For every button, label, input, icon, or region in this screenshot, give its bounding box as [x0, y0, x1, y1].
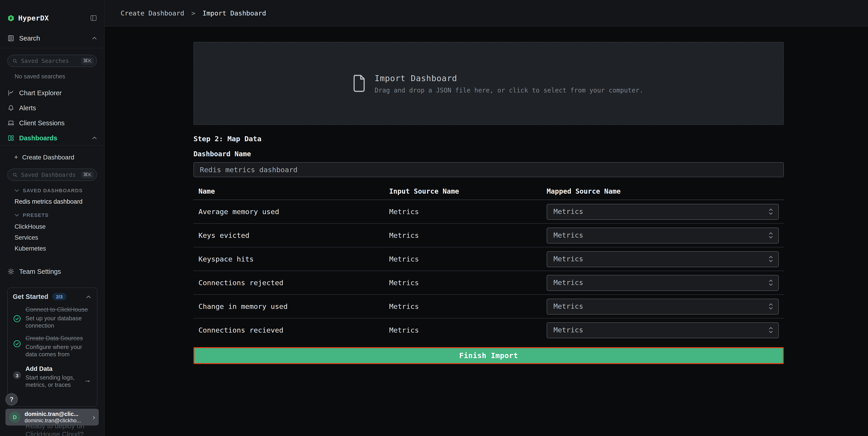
row-input-source: Metrics — [389, 326, 419, 334]
get-started-step-connect[interactable]: Connect to ClickHouse Set up your databa… — [8, 306, 97, 329]
sidebar: HyperDX Search — [0, 0, 105, 436]
get-started-progress-badge: 2/3 — [52, 293, 66, 300]
search-section-icon — [7, 34, 14, 42]
dashboard-name-input[interactable] — [193, 162, 784, 177]
selector-icon — [769, 232, 773, 239]
group-label-text: SAVED DASHBOARDS — [23, 188, 83, 193]
search-icon — [12, 58, 18, 63]
sidebar-collapse-icon[interactable] — [90, 14, 97, 22]
divider — [0, 48, 104, 48]
row-input-source: Metrics — [389, 207, 419, 216]
check-circle-icon — [13, 315, 21, 329]
selector-icon — [769, 279, 773, 286]
sidebar-item-chart-explorer[interactable]: Chart Explorer — [0, 85, 104, 100]
arrow-right-icon[interactable]: → — [84, 376, 91, 384]
presets-group[interactable]: PRESETS — [14, 211, 97, 219]
saved-dashboards-group[interactable]: SAVED DASHBOARDS — [14, 186, 97, 195]
dashboard-name-label: Dashboard Name — [193, 150, 784, 158]
mapped-source-select[interactable]: Metrics — [547, 322, 779, 338]
preset-item-kubernetes[interactable]: Kubernetes — [0, 243, 104, 254]
table-row: Connections recieved Metrics Metrics — [193, 318, 784, 342]
chevron-up-icon[interactable] — [92, 136, 97, 139]
dashboards-grid-icon — [7, 134, 14, 142]
table-row: Change in memory used Metrics Metrics — [193, 295, 784, 318]
mapped-source-select[interactable]: Metrics — [547, 251, 779, 267]
sidebar-item-label: Alerts — [19, 104, 36, 111]
saved-dashboards-input[interactable]: Saved Dashboards ⌘K — [7, 169, 97, 181]
preset-item-services[interactable]: Services — [0, 232, 104, 243]
column-header-name: Name — [198, 187, 215, 196]
plus-icon: + — [14, 153, 18, 161]
team-settings-button[interactable]: Team Settings — [0, 265, 104, 279]
get-started-step-add-data[interactable]: 3 Add Data Start sending logs, metrics, … — [8, 365, 97, 388]
import-dropzone[interactable]: Import Dashboard Drag and drop a JSON fi… — [193, 42, 784, 125]
step-description: Configure where your data comes from — [26, 344, 88, 358]
table-row: Average memory used Metrics Metrics — [193, 200, 784, 224]
finish-import-button[interactable]: Finish Import — [193, 347, 784, 364]
shortcut-badge: ⌘K — [81, 57, 94, 64]
row-input-source: Metrics — [389, 255, 419, 263]
group-label-text: PRESETS — [23, 212, 49, 218]
user-profile-button[interactable]: D dominic.tran@clic... dominic.tran@clic… — [5, 409, 99, 426]
breadcrumb-parent[interactable]: Create Dashboard — [121, 9, 184, 17]
app-title: HyperDX — [18, 14, 49, 22]
breadcrumb-separator: > — [191, 9, 195, 17]
table-row: Keyspace hits Metrics Metrics — [193, 248, 784, 271]
column-header-input-source: Input Source Name — [389, 187, 459, 196]
saved-dashboard-item[interactable]: Redis metrics dashboard — [0, 196, 104, 206]
row-input-source: Metrics — [389, 231, 419, 239]
sidebar-item-label: Dashboards — [19, 134, 57, 142]
create-dashboard-label: Create Dashboard — [22, 153, 74, 161]
chart-line-icon — [7, 89, 14, 96]
search-section-label: Search — [19, 34, 40, 42]
sidebar-section-search[interactable]: Search — [0, 26, 104, 48]
table-row: Keys evicted Metrics Metrics — [193, 224, 784, 248]
sidebar-item-alerts[interactable]: Alerts — [0, 100, 104, 115]
create-dashboard-button[interactable]: + Create Dashboard — [0, 149, 104, 165]
chevron-up-icon[interactable] — [86, 295, 91, 298]
help-button[interactable]: ? — [5, 393, 18, 405]
topbar: Create Dashboard > Import Dashboard — [105, 0, 868, 26]
mapped-source-select[interactable]: Metrics — [547, 227, 779, 243]
get-started-step-sources[interactable]: Create Data Sources Configure where your… — [8, 335, 97, 358]
row-name: Connections rejected — [198, 279, 283, 287]
team-settings-label: Team Settings — [19, 268, 61, 275]
mapped-source-select[interactable]: Metrics — [547, 275, 779, 291]
sidebar-item-dashboards[interactable]: Dashboards — [0, 130, 104, 145]
get-started-title: Get Started — [13, 293, 48, 300]
sidebar-item-client-sessions[interactable]: Client Sessions — [0, 115, 104, 130]
selector-icon — [769, 303, 773, 310]
sidebar-item-label: Chart Explorer — [19, 89, 62, 96]
selector-icon — [769, 255, 773, 263]
selector-icon — [769, 208, 773, 215]
get-started-header[interactable]: Get Started 2/3 — [8, 288, 97, 300]
saved-dashboards-placeholder: Saved Dashboards — [21, 171, 81, 178]
mapped-source-select[interactable]: Metrics — [547, 298, 779, 314]
shortcut-badge: ⌘K — [81, 171, 94, 178]
step-description: Start sending logs, metrics, or traces — [26, 374, 88, 388]
chevron-down-icon — [14, 189, 19, 192]
bell-icon — [7, 104, 14, 111]
app-window: HyperDX Search — [0, 0, 868, 436]
row-name: Keyspace hits — [198, 255, 254, 263]
divider — [0, 145, 104, 146]
breadcrumb-current: Import Dashboard — [203, 9, 266, 17]
step-title: Add Data — [26, 365, 88, 373]
table-row: Connections rejected Metrics Metrics — [193, 271, 784, 295]
row-name: Change in memory used — [198, 302, 288, 311]
step-description: Set up your database connection — [26, 315, 88, 329]
get-started-panel: Get Started 2/3 Connect to ClickHouse Se… — [7, 288, 97, 407]
step-title: Connect to ClickHouse — [26, 306, 88, 314]
gear-icon — [7, 268, 14, 275]
chevron-down-icon — [14, 213, 19, 216]
saved-searches-input[interactable]: Saved Searches ⌘K — [7, 55, 97, 67]
mapping-table: Name Input Source Name Mapped Source Nam… — [193, 186, 784, 342]
preset-item-clickhouse[interactable]: ClickHouse — [0, 221, 104, 232]
dropzone-subtitle: Drag and drop a JSON file here, or click… — [375, 86, 643, 94]
table-header: Name Input Source Name Mapped Source Nam… — [193, 186, 784, 200]
search-icon — [12, 172, 18, 177]
file-icon — [352, 74, 366, 92]
chevron-up-icon[interactable] — [92, 36, 97, 40]
mapped-source-select[interactable]: Metrics — [547, 204, 779, 220]
row-name: Average memory used — [198, 207, 279, 216]
